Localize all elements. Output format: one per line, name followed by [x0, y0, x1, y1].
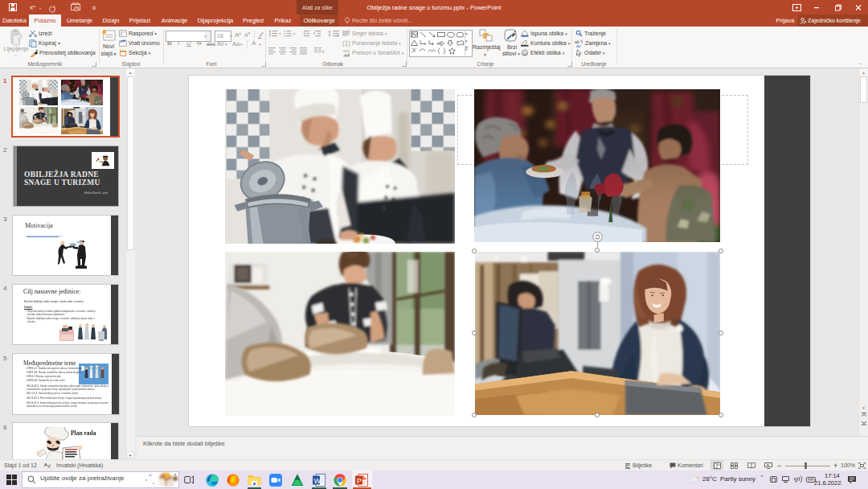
svg-text:▾: ▾: [279, 31, 281, 36]
svg-text:A: A: [347, 30, 350, 34]
svg-text:W: W: [314, 477, 321, 485]
svg-text:P: P: [357, 477, 362, 485]
svg-text:ac: ac: [576, 43, 581, 48]
svg-text:▾: ▾: [293, 31, 296, 36]
